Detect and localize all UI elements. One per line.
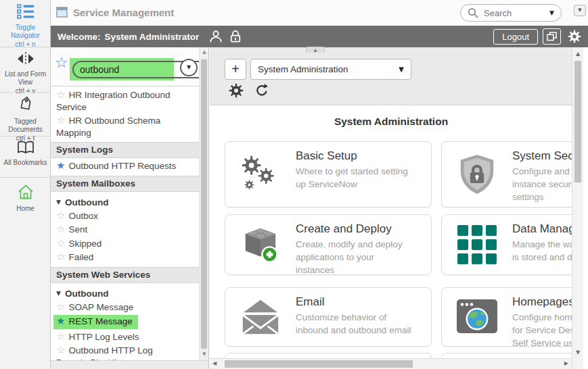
list-form-view-icon	[0, 51, 51, 69]
rail-divider	[0, 177, 51, 178]
nav-item-label: Sent	[68, 224, 87, 235]
card-system-security[interactable]: System Secu Configure and r instance sec…	[441, 141, 572, 207]
nav-item-skipped[interactable]: ☆Skipped	[51, 237, 199, 251]
navigator-list: ☆HR Integration Outbound Service ☆HR Out…	[51, 87, 199, 360]
chevron-down-icon: ▼	[187, 65, 191, 70]
card-email[interactable]: Email Customize behavior of inbound and …	[225, 287, 432, 347]
nav-group-outbound[interactable]: ▼ Outbound	[51, 193, 199, 210]
page-settings-gear-icon[interactable]	[229, 83, 244, 98]
card-description: Create, modify and deploy applications t…	[296, 238, 427, 276]
card-description: Customize behavior of inbound and outbou…	[296, 311, 427, 337]
favorite-star-icon[interactable]: ☆	[56, 89, 65, 101]
search-scope-caret-icon[interactable]: ▼	[549, 10, 554, 16]
application-navigator: ☆ ▼ ☆HR Integration Outbound Service	[51, 47, 199, 360]
nav-item-label: Outbox	[68, 211, 98, 221]
impersonate-lock-icon[interactable]	[229, 30, 242, 43]
rail-item-label: Toggle Navigator	[11, 24, 40, 40]
rail-item-shortcut: ctrl + n	[0, 41, 51, 49]
user-profile-icon[interactable]	[208, 29, 223, 44]
horizontal-scrollbar[interactable]: ◀ ▶	[210, 358, 572, 369]
scrollbar-thumb[interactable]	[574, 61, 581, 182]
nav-item-soap-message[interactable]: ☆SOAP Message	[51, 301, 199, 315]
tag-icon	[0, 96, 51, 116]
favorite-star-icon[interactable]: ☆	[56, 210, 65, 222]
chevron-down-icon: ▼	[399, 66, 404, 73]
nav-item-outbound-http-log-domain-blacklist[interactable]: ☆Outbound HTTP Log Domain Blacklist	[51, 344, 199, 360]
list-form-view-button[interactable]: List and Form View ctrl + v	[0, 51, 51, 95]
scrollbar-thumb[interactable]	[225, 360, 413, 368]
scroll-up-icon[interactable]: ▲	[200, 50, 209, 55]
nav-item-label: HR Integration Outbound Service	[56, 90, 171, 112]
navigator-scrollbar[interactable]: ▲ ▼	[199, 47, 208, 360]
add-content-button[interactable]: +	[225, 59, 246, 80]
toggle-navigator-icon	[0, 3, 51, 22]
nav-item-outbound-http-requests[interactable]: ★Outbound HTTP Requests	[51, 159, 199, 174]
all-bookmarks-button[interactable]: All Bookmarks	[0, 140, 51, 167]
favorites-filter-star-icon[interactable]: ☆	[55, 55, 68, 70]
scroll-left-icon[interactable]: ◀	[212, 361, 217, 366]
favorite-star-icon[interactable]: ★	[56, 315, 65, 327]
book-icon	[0, 140, 51, 157]
nav-item-hr-integration-outbound-service[interactable]: ☆HR Integration Outbound Service	[51, 89, 199, 114]
panel-divider	[208, 47, 209, 369]
rail-item-label: List and Form View	[5, 70, 46, 87]
envelope-icon	[225, 288, 296, 346]
navigator-menu-button[interactable]: ▼	[180, 59, 198, 76]
scroll-right-icon[interactable]: ▶	[564, 361, 568, 366]
card-description: Where to get started setting up ServiceN…	[296, 165, 427, 191]
global-search-input[interactable]	[482, 7, 545, 19]
card-homepages[interactable]: Homepages Configure home for Service Des…	[441, 287, 572, 347]
card-title: Data Manage	[512, 222, 572, 236]
open-new-window-button[interactable]	[543, 28, 561, 45]
card-description: Manage the wa is stored and di	[512, 238, 572, 264]
collapse-banner-button[interactable]: ▼	[574, 5, 586, 16]
favorite-star-icon[interactable]: ☆	[56, 114, 65, 126]
logout-button[interactable]: Logout	[493, 29, 538, 45]
nav-item-rest-message[interactable]: ★REST Message	[51, 314, 199, 330]
global-search[interactable]: ▼	[460, 4, 562, 22]
navigator-header: ☆ ▼	[51, 47, 199, 87]
browser-globe-icon	[442, 288, 512, 346]
toggle-navigator-button[interactable]: Toggle Navigator ctrl + n	[0, 3, 51, 49]
card-basic-setup[interactable]: Basic Setup Where to get started setting…	[225, 141, 432, 207]
card-partially-visible[interactable]	[225, 353, 432, 358]
rail-item-label: All Bookmarks	[4, 159, 47, 166]
nav-item-http-log-levels[interactable]: ☆HTTP Log Levels	[51, 330, 199, 345]
card-create-and-deploy[interactable]: Create and Deploy Create, modify and dep…	[225, 214, 432, 275]
card-partially-visible[interactable]	[441, 353, 572, 358]
nav-item-hr-outbound-schema-mapping[interactable]: ☆HR Outbound Schema Mapping	[51, 114, 199, 140]
favorite-star-icon[interactable]: ☆	[56, 301, 65, 313]
settings-gear-icon[interactable]	[568, 30, 581, 43]
favorite-star-icon[interactable]: ★	[56, 159, 65, 172]
nav-item-label: SOAP Message	[68, 302, 133, 312]
scroll-up-icon[interactable]: ▲	[572, 51, 583, 57]
nav-section-system-mailboxes: System Mailboxes	[51, 176, 199, 192]
homepage-select[interactable]: System Administration ▼	[250, 59, 411, 80]
navigator-search-highlight	[70, 58, 174, 80]
refresh-icon[interactable]	[254, 83, 269, 98]
scroll-down-icon[interactable]: ▼	[200, 352, 209, 357]
card-data-management[interactable]: Data Manage Manage the wa is stored and …	[441, 214, 572, 275]
favorite-star-icon[interactable]: ☆	[56, 237, 65, 249]
nav-item-label: HR Outbound Schema Mapping	[56, 116, 160, 138]
nav-group-outbound[interactable]: ▼ Outbound	[51, 285, 199, 301]
welcome-label: Welcome:	[58, 32, 101, 42]
nav-item-failed[interactable]: ☆Failed	[51, 251, 199, 265]
scroll-down-icon[interactable]: ▼	[572, 350, 583, 355]
favorite-star-icon[interactable]: ☆	[56, 251, 65, 263]
card-description: Configure and r instance securit setting…	[512, 165, 572, 203]
home-button[interactable]: Home	[0, 183, 51, 213]
favorite-star-icon[interactable]: ☆	[56, 344, 65, 356]
card-title: Create and Deploy	[296, 222, 427, 236]
rail-item-shortcut: ctrl + v	[0, 87, 51, 96]
app-window-icon	[56, 7, 68, 20]
nav-item-sent[interactable]: ☆Sent	[51, 223, 199, 237]
scrollbar-thumb[interactable]	[201, 59, 207, 349]
favorite-star-icon[interactable]: ☆	[56, 330, 65, 343]
nav-item-outbox[interactable]: ☆Outbox	[51, 210, 199, 224]
nav-item-label: Skipped	[68, 239, 101, 249]
collapse-frame-handle[interactable]: ▲	[306, 47, 325, 53]
favorite-star-icon[interactable]: ☆	[56, 223, 65, 235]
top-header: Service Management ▼ ▼	[51, 0, 588, 26]
vertical-scrollbar[interactable]: ▲ ▼	[572, 47, 583, 369]
